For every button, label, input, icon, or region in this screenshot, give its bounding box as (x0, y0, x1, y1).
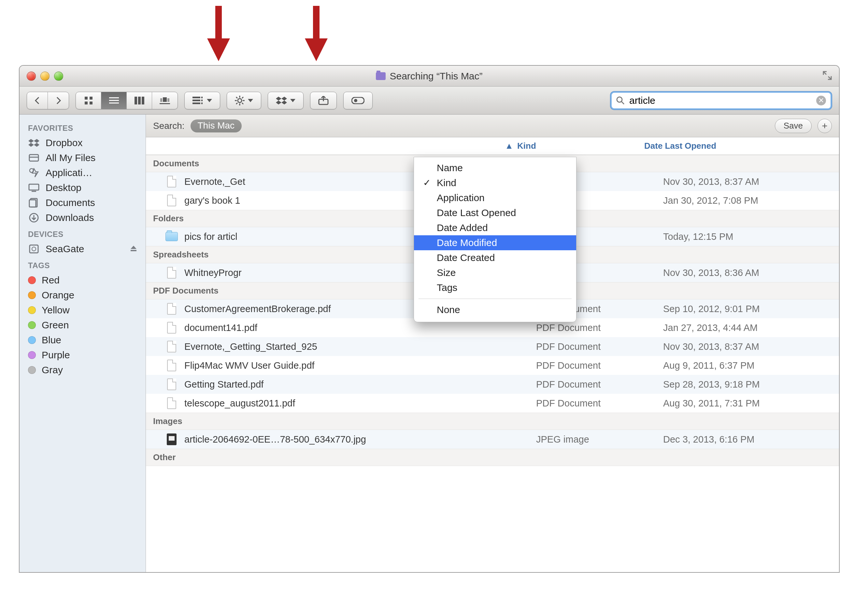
column-kind[interactable]: Kind (517, 141, 644, 151)
add-criteria-button[interactable]: + (818, 119, 832, 133)
svg-rect-3 (90, 102, 93, 104)
svg-line-28 (236, 103, 238, 104)
fullscreen-button[interactable] (822, 70, 833, 81)
sidebar-item[interactable]: SeaGate (19, 241, 146, 256)
sidebar-item-label: Downloads (46, 212, 94, 223)
back-button[interactable] (27, 92, 48, 109)
icon-view-button[interactable] (76, 92, 101, 109)
sidebar-item[interactable]: All My Files (19, 150, 146, 165)
share-icon (318, 96, 329, 105)
result-row[interactable]: telescope_august2011.pdfPDF DocumentAug … (146, 394, 839, 413)
sidebar-section-header: TAGS (19, 256, 146, 273)
search-field[interactable]: ✕ (610, 91, 832, 110)
sidebar-item[interactable]: Applicati… (19, 165, 146, 180)
svg-rect-19 (201, 103, 202, 104)
sidebar-item-label: Documents (46, 197, 95, 208)
svg-rect-10 (163, 97, 167, 102)
minimize-window-button[interactable] (40, 72, 50, 81)
result-row[interactable]: Flip4Mac WMV User Guide.pdfPDF DocumentA… (146, 356, 839, 375)
file-date: Nov 30, 2013, 8:36 AM (663, 268, 839, 278)
sidebar-item[interactable]: Purple (19, 347, 146, 362)
result-row[interactable]: Getting Started.pdfPDF DocumentSep 28, 2… (146, 375, 839, 394)
svg-rect-8 (138, 97, 141, 104)
allmyfiles-icon (28, 153, 40, 163)
svg-rect-37 (29, 184, 39, 190)
column-headers: ▲ Kind Date Last Opened (146, 137, 839, 155)
sort-indicator: ▲ (501, 141, 517, 151)
svg-rect-15 (192, 100, 200, 101)
sidebar-item[interactable]: Blue (19, 333, 146, 347)
eject-icon[interactable] (130, 243, 137, 255)
svg-line-27 (242, 97, 243, 98)
forward-button[interactable] (48, 92, 69, 109)
file-name: Flip4Mac WMV User Guide.pdf (185, 360, 520, 371)
close-window-button[interactable] (27, 72, 36, 81)
results-group-header: Images (146, 413, 839, 430)
svg-rect-11 (160, 98, 162, 102)
file-date: Aug 30, 2011, 7:31 PM (663, 398, 839, 409)
svg-rect-13 (159, 103, 170, 104)
menu-item[interactable]: Date Created (414, 250, 576, 265)
svg-rect-1 (90, 97, 93, 100)
sidebar-item[interactable]: Green (19, 318, 146, 333)
menu-item[interactable]: Date Last Opened (414, 205, 576, 220)
save-search-button[interactable]: Save (775, 119, 812, 133)
file-kind: PDF Document (536, 341, 663, 352)
menu-item[interactable]: Date Modified (414, 235, 576, 250)
column-view-button[interactable] (127, 92, 152, 109)
window-title: Searching “This Mac” (390, 71, 482, 82)
image-file-icon (167, 434, 177, 445)
file-date: Dec 3, 2013, 6:16 PM (663, 434, 839, 445)
sidebar-item[interactable]: Desktop (19, 180, 146, 195)
file-date: Jan 27, 2013, 4:44 AM (663, 322, 839, 333)
list-view-button[interactable] (101, 92, 127, 109)
file-name: article-2064692-0EE…78-500_634x770.jpg (185, 434, 520, 445)
menu-item[interactable]: Kind (414, 175, 576, 190)
svg-line-33 (621, 102, 624, 104)
sidebar-item[interactable]: Dropbox (19, 135, 146, 150)
arrange-button[interactable] (185, 92, 220, 109)
sidebar-item[interactable]: Documents (19, 195, 146, 210)
sidebar-item[interactable]: Red (19, 273, 146, 288)
column-date-last-opened[interactable]: Date Last Opened (644, 141, 839, 151)
result-row[interactable]: Evernote,_Getting_Started_925PDF Documen… (146, 337, 839, 356)
result-row[interactable]: article-2064692-0EE…78-500_634x770.jpgJP… (146, 430, 839, 449)
sidebar-item[interactable]: Yellow (19, 303, 146, 318)
svg-rect-42 (30, 245, 38, 253)
search-input[interactable] (629, 95, 812, 106)
results-group-header: Other (146, 449, 839, 466)
menu-item[interactable]: Tags (414, 280, 576, 295)
sidebar-item[interactable]: Orange (19, 288, 146, 303)
disk-icon (28, 244, 40, 254)
menu-item-none[interactable]: None (414, 302, 576, 317)
file-date: Aug 9, 2011, 6:37 PM (663, 360, 839, 371)
clear-search-button[interactable]: ✕ (816, 96, 826, 106)
svg-rect-18 (201, 100, 202, 101)
svg-rect-14 (192, 97, 200, 98)
sidebar-item[interactable]: Gray (19, 362, 146, 378)
action-button[interactable] (227, 92, 261, 109)
tags-toolbar-button[interactable] (343, 92, 373, 109)
sidebar-item-label: Desktop (46, 182, 81, 193)
document-file-icon (167, 194, 176, 206)
share-button[interactable] (310, 92, 337, 109)
coverflow-view-button[interactable] (152, 92, 177, 109)
menu-item[interactable]: Size (414, 265, 576, 280)
document-file-icon (167, 378, 176, 390)
file-name: telescope_august2011.pdf (185, 398, 520, 409)
menu-item[interactable]: Date Added (414, 220, 576, 235)
view-mode-segment (75, 92, 178, 109)
menu-item[interactable]: Application (414, 190, 576, 205)
dropbox-toolbar-button[interactable] (268, 92, 304, 109)
tag-dot-icon (28, 291, 36, 299)
scope-this-mac[interactable]: This Mac (190, 119, 242, 132)
title-folder-icon (376, 72, 386, 80)
file-date: Nov 30, 2013, 8:37 AM (663, 341, 839, 352)
zoom-window-button[interactable] (54, 72, 63, 81)
sidebar-item[interactable]: Downloads (19, 210, 146, 225)
menu-item[interactable]: Name (414, 160, 576, 175)
svg-rect-7 (134, 97, 137, 104)
file-date: Sep 28, 2013, 9:18 PM (663, 379, 839, 390)
file-date: Today, 12:15 PM (663, 231, 839, 242)
finder-window: Searching “This Mac” (19, 65, 840, 573)
